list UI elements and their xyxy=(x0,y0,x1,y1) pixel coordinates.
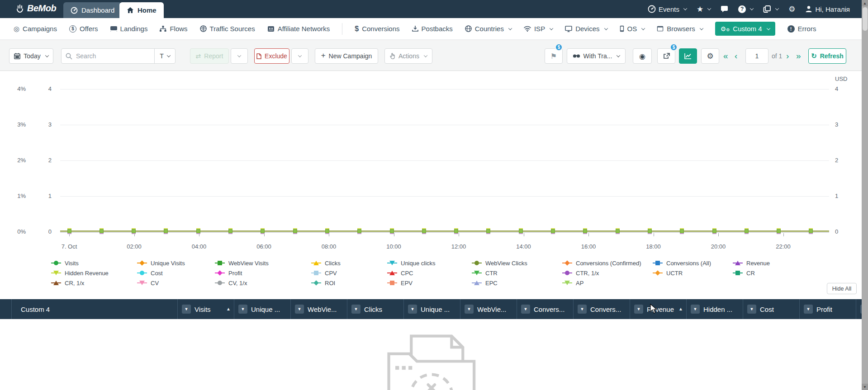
legend-item[interactable]: Unique Visits xyxy=(137,258,185,268)
exclude-button[interactable]: Exclude xyxy=(254,48,289,64)
legend-item[interactable]: Conversions (Confirmed) xyxy=(562,258,641,268)
legend-item[interactable]: Visits xyxy=(51,258,79,268)
legend-item[interactable]: Unique clicks xyxy=(387,258,436,268)
favorites-menu[interactable]: ★ xyxy=(697,5,711,13)
visibility-button[interactable]: ◉ xyxy=(633,48,652,64)
legend-item[interactable]: ROI xyxy=(311,278,335,288)
column-filter-icon[interactable]: ▼ xyxy=(747,305,756,314)
chat-button[interactable] xyxy=(721,5,728,13)
legend-item[interactable]: Revenue xyxy=(733,258,770,268)
tab-dashboard[interactable]: Dashboard xyxy=(63,2,122,18)
table-column-header[interactable]: ▼Convers... xyxy=(573,299,630,319)
column-filter-icon[interactable]: ▼ xyxy=(238,305,247,314)
legend-item[interactable]: WebView Clicks xyxy=(472,258,527,268)
table-settings-button[interactable]: ⚙ xyxy=(701,48,719,64)
legend-item[interactable]: CV xyxy=(137,278,159,288)
table-column-header[interactable]: ▼Unique ... xyxy=(403,299,460,319)
column-filter-icon[interactable]: ▼ xyxy=(691,305,700,314)
column-filter-icon[interactable]: ▼ xyxy=(465,305,474,314)
scroll-up-button[interactable]: ▲ xyxy=(862,0,868,6)
column-filter-icon[interactable]: ▼ xyxy=(634,305,643,314)
legend-item[interactable]: CTR, 1/x xyxy=(562,268,599,278)
page-number-input[interactable] xyxy=(745,48,768,64)
hide-all-button[interactable]: Hide All xyxy=(827,283,857,294)
table-column-header[interactable]: ▼Visits▲ xyxy=(177,299,234,319)
date-range-button[interactable]: Today xyxy=(9,48,53,64)
new-campaign-button[interactable]: + New Campaign xyxy=(315,48,378,64)
legend-item[interactable]: EPV xyxy=(387,278,413,288)
legend-item[interactable]: Conversions (All) xyxy=(653,258,711,268)
nav-flows[interactable]: Flows xyxy=(160,25,187,33)
nav-devices[interactable]: Devices xyxy=(565,25,607,33)
legend-item[interactable]: Profit xyxy=(215,268,242,278)
bemob-logo[interactable]: BeMob xyxy=(15,3,56,14)
exclude-dropdown-caret[interactable] xyxy=(291,48,308,64)
scrollbar-thumb[interactable] xyxy=(863,7,868,31)
events-menu[interactable]: Events xyxy=(648,5,687,13)
legend-item[interactable]: WebView Visits xyxy=(215,258,269,268)
report-button[interactable]: ⇄ Report xyxy=(190,48,229,64)
table-column-header[interactable]: ▼Cost xyxy=(743,299,799,319)
refresh-button[interactable]: ↻ Refresh xyxy=(808,48,846,64)
search-input[interactable] xyxy=(72,52,154,60)
nav-errors[interactable]: !Errors xyxy=(787,25,816,33)
tab-home[interactable]: Home xyxy=(119,2,164,18)
nav-campaigns[interactable]: ◎Campaigns xyxy=(14,25,57,33)
nav-postbacks[interactable]: Postbacks xyxy=(412,25,453,33)
legend-item[interactable]: EPC xyxy=(472,278,498,288)
nav-os[interactable]: OS xyxy=(620,25,645,33)
table-group-column[interactable]: Custom 4 xyxy=(12,299,177,319)
report-dropdown-caret[interactable] xyxy=(231,48,248,64)
vertical-scrollbar[interactable]: ▲ ▼ xyxy=(862,0,868,390)
legend-item[interactable]: CPC xyxy=(387,268,413,278)
table-column-header[interactable]: ▼Clicks xyxy=(347,299,403,319)
legend-item[interactable]: CTR xyxy=(472,268,498,278)
nav-landings[interactable]: Landings xyxy=(110,25,148,33)
table-column-header[interactable]: ▼Profit xyxy=(799,299,856,319)
account-menu[interactable]: Hi, Наталія xyxy=(805,5,850,13)
table-column-header[interactable]: ▼Unique ... xyxy=(234,299,290,319)
nav-browsers[interactable]: Browsers xyxy=(657,25,703,33)
prev-page-button[interactable]: ‹ xyxy=(735,48,737,64)
column-filter-icon[interactable]: ▼ xyxy=(521,305,530,314)
table-column-header[interactable]: ▼Revenue▲ xyxy=(630,299,686,319)
column-filter-icon[interactable]: ▼ xyxy=(804,305,813,314)
legend-item[interactable]: CR, 1/x xyxy=(51,278,84,288)
table-column-header[interactable]: ▼WebVie... xyxy=(290,299,347,319)
legend-item[interactable]: Clicks xyxy=(311,258,341,268)
settings-button[interactable]: ⚙ xyxy=(788,5,795,13)
table-column-header[interactable]: ▼Convers... xyxy=(517,299,573,319)
docs-menu[interactable] xyxy=(763,5,778,13)
column-filter-icon[interactable]: ▼ xyxy=(351,305,360,314)
nav-countries[interactable]: Countries xyxy=(465,25,512,33)
legend-item[interactable]: CPV xyxy=(311,268,337,278)
column-filter-icon[interactable]: ▼ xyxy=(182,305,191,314)
table-column-header[interactable]: ▼Hidden ... xyxy=(686,299,743,319)
traffic-filter-dropdown[interactable]: With Tra... xyxy=(567,48,626,64)
nav-affiliate-networks[interactable]: Affiliate Networks xyxy=(267,25,330,33)
column-filter-icon[interactable]: ▼ xyxy=(408,305,417,314)
legend-item[interactable]: CR xyxy=(733,268,755,278)
legend-item[interactable]: UCTR xyxy=(653,268,683,278)
help-menu[interactable]: ? xyxy=(738,5,753,13)
table-column-header-partial[interactable]: ▼ xyxy=(856,299,862,319)
column-filter-icon[interactable]: ▼ xyxy=(295,305,304,314)
last-page-button[interactable]: » xyxy=(796,48,801,64)
legend-item[interactable]: Hidden Revenue xyxy=(51,268,109,278)
table-column-header[interactable]: ▼WebVie... xyxy=(460,299,517,319)
column-filter-icon[interactable]: ▼ xyxy=(578,305,587,314)
legend-item[interactable]: AP xyxy=(562,278,583,288)
legend-item[interactable]: CV, 1/x xyxy=(215,278,247,288)
scroll-down-button[interactable]: ▼ xyxy=(862,384,868,390)
nav-traffic-sources[interactable]: Traffic Sources xyxy=(200,25,255,33)
chart-toggle-button[interactable] xyxy=(679,48,697,64)
legend-item[interactable]: Cost xyxy=(137,268,163,278)
search-type-selector[interactable]: T xyxy=(154,49,175,63)
nav-conversions[interactable]: $Conversions xyxy=(355,25,399,33)
nav-offers[interactable]: $Offers xyxy=(69,25,98,33)
nav-isp[interactable]: ISP xyxy=(524,25,553,33)
nav-custom-4[interactable]: ⚙⚙ Custom 4 xyxy=(715,22,775,36)
next-page-button[interactable]: › xyxy=(786,48,789,64)
first-page-button[interactable]: « xyxy=(723,48,728,64)
actions-button[interactable]: Actions xyxy=(384,48,432,64)
